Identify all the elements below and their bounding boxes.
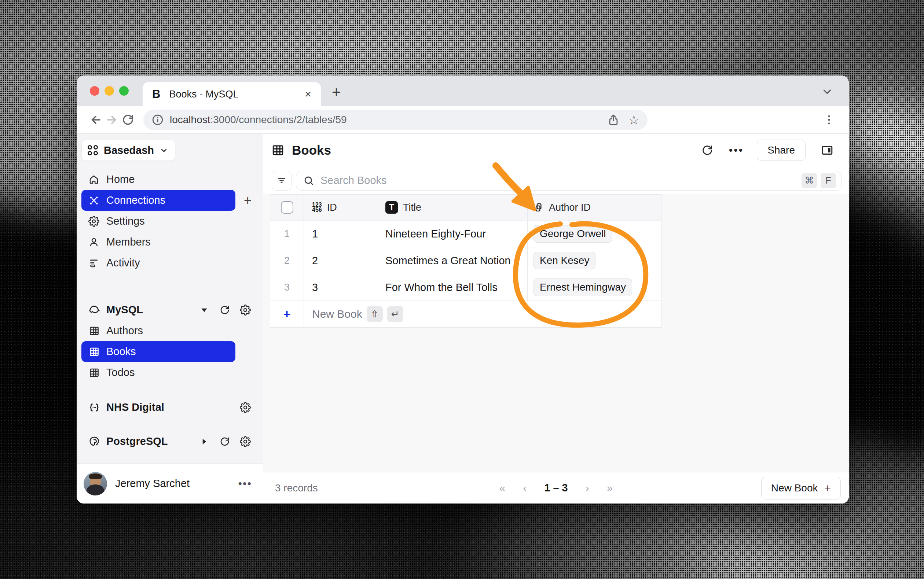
- sidebar-item-activity[interactable]: Activity: [81, 252, 235, 273]
- share-button[interactable]: Share: [757, 140, 806, 161]
- sidebar-item-label: Connections: [106, 194, 165, 206]
- sidebar-item-members[interactable]: Members: [81, 232, 235, 252]
- sidebar-table-books[interactable]: Books: [81, 341, 235, 362]
- search-input[interactable]: [321, 175, 798, 186]
- author-badge[interactable]: Ernest Hemingway: [534, 278, 632, 296]
- column-header-id[interactable]: 123456 ID: [304, 195, 377, 220]
- record-count: 3 records: [275, 482, 318, 494]
- home-icon: [88, 174, 100, 185]
- side-panel-toggle-icon[interactable]: [819, 144, 836, 157]
- refresh-icon[interactable]: [218, 304, 231, 316]
- pagination: « ‹ 1 – 3 › »: [500, 482, 613, 494]
- traffic-lights: [90, 86, 129, 96]
- new-tab-button[interactable]: +: [332, 83, 341, 101]
- return-key-badge: ↵: [387, 306, 403, 322]
- sidebar-item-connections[interactable]: Connections: [81, 190, 235, 211]
- browser-tab[interactable]: B Books - MySQL ×: [143, 82, 321, 106]
- table-grid-icon: [271, 144, 285, 157]
- tab-close-icon[interactable]: ×: [305, 89, 311, 100]
- main-panel: Books ••• Share: [263, 134, 849, 504]
- sidebar-item-label: Activity: [106, 257, 140, 269]
- number-type-icon: 123456: [312, 202, 322, 212]
- add-row-plus-icon[interactable]: +: [283, 307, 291, 321]
- bookmark-star-icon[interactable]: ☆: [629, 113, 639, 127]
- table-options-icon[interactable]: •••: [729, 144, 744, 157]
- table-row[interactable]: 3 3 For Whom the Bell Tolls Ernest Hemin…: [270, 274, 661, 301]
- reload-icon[interactable]: [120, 112, 136, 128]
- site-info-icon[interactable]: [151, 114, 164, 126]
- user-name: Jeremy Sarchet: [115, 478, 190, 490]
- sidebar-table-label: Authors: [106, 325, 143, 337]
- basedash-logo-icon: [88, 145, 98, 155]
- url-bar[interactable]: localhost:3000/connections/2/tables/59 ☆: [143, 110, 647, 130]
- new-record-row[interactable]: + New Book ⇧ ↵: [270, 301, 661, 327]
- next-page-icon[interactable]: ›: [586, 482, 589, 494]
- select-all-cell[interactable]: [270, 195, 304, 220]
- cell-id[interactable]: 3: [312, 281, 318, 294]
- table-grid-icon: [88, 367, 100, 378]
- gear-icon[interactable]: [239, 402, 252, 413]
- connection-nhs-digital[interactable]: NHS Digital: [81, 397, 258, 418]
- mysql-dolphin-icon: [88, 304, 100, 316]
- cell-title[interactable]: Nineteen Eighty-Four: [385, 228, 486, 240]
- tab-overview-chevron-icon[interactable]: [821, 85, 834, 98]
- row-number: 2: [284, 255, 290, 267]
- cell-id[interactable]: 1: [312, 228, 318, 240]
- browser-menu-icon[interactable]: [822, 113, 836, 126]
- refresh-table-icon[interactable]: [699, 144, 716, 157]
- refresh-icon[interactable]: [218, 436, 231, 447]
- prev-page-icon[interactable]: ‹: [523, 482, 526, 494]
- sidebar-table-authors[interactable]: Authors: [81, 320, 235, 341]
- connection-label: MySQL: [106, 304, 143, 316]
- braces-api-icon: [88, 402, 100, 413]
- search-icon: [303, 175, 315, 186]
- sidebar-table-todos[interactable]: Todos: [81, 362, 235, 383]
- column-header-title[interactable]: T Title: [377, 195, 528, 220]
- connection-mysql[interactable]: MySQL: [81, 299, 258, 320]
- add-connection-button[interactable]: +: [244, 193, 252, 208]
- column-header-author-id[interactable]: Author ID: [528, 195, 661, 220]
- sidebar-item-settings[interactable]: Settings: [81, 211, 235, 232]
- workspace-switcher[interactable]: Basedash: [81, 140, 175, 161]
- table-row[interactable]: 2 2 Sometimes a Great Notion Ken Kesey: [270, 247, 661, 274]
- sidebar-item-home[interactable]: Home: [81, 169, 235, 190]
- gear-icon[interactable]: [239, 436, 252, 447]
- connection-label: PostgreSQL: [106, 435, 168, 447]
- table-row[interactable]: 1 1 Nineteen Eighty-Four George Orwell: [270, 220, 661, 247]
- cell-title[interactable]: Sometimes a Great Notion: [385, 255, 511, 267]
- sidebar-item-label: Home: [106, 173, 134, 185]
- connection-postgresql[interactable]: PostgreSQL: [81, 431, 258, 452]
- zoom-window-button[interactable]: [119, 86, 129, 96]
- filter-button[interactable]: [272, 171, 292, 191]
- new-book-button[interactable]: New Book +: [761, 477, 841, 499]
- avatar[interactable]: [84, 472, 107, 496]
- share-page-icon[interactable]: [607, 114, 620, 126]
- data-grid: 123456 ID T Title Author ID: [270, 194, 662, 328]
- author-badge[interactable]: George Orwell: [534, 225, 612, 243]
- page-range: 1 – 3: [544, 482, 568, 494]
- row-number: 3: [284, 282, 290, 293]
- collapse-triangle-icon[interactable]: [198, 305, 210, 315]
- gear-icon[interactable]: [239, 304, 252, 316]
- tab-strip: B Books - MySQL × +: [77, 75, 849, 106]
- cmd-key-badge: ⌘: [801, 173, 817, 188]
- page-title: Books: [292, 143, 331, 157]
- browser-window: B Books - MySQL × + localhost:3000/conne…: [77, 75, 849, 504]
- back-icon[interactable]: [88, 112, 104, 128]
- minimize-window-button[interactable]: [105, 86, 114, 96]
- basedash-favicon: B: [152, 88, 159, 101]
- table-grid-icon: [88, 346, 100, 357]
- expand-triangle-icon[interactable]: [198, 437, 210, 447]
- author-badge[interactable]: Ken Kesey: [534, 252, 595, 269]
- close-window-button[interactable]: [90, 86, 99, 96]
- user-menu-icon[interactable]: •••: [238, 478, 252, 490]
- cell-title[interactable]: For Whom the Bell Tolls: [385, 281, 498, 294]
- table-footer: 3 records « ‹ 1 – 3 › » New Book +: [263, 472, 849, 504]
- browser-toolbar: localhost:3000/connections/2/tables/59 ☆: [77, 106, 849, 134]
- sidebar-table-label: Todos: [106, 366, 134, 379]
- cell-id[interactable]: 2: [312, 255, 318, 267]
- first-page-icon[interactable]: «: [500, 482, 506, 494]
- link-type-icon: [534, 202, 544, 213]
- last-page-icon[interactable]: »: [607, 482, 613, 494]
- select-all-checkbox[interactable]: [281, 201, 293, 214]
